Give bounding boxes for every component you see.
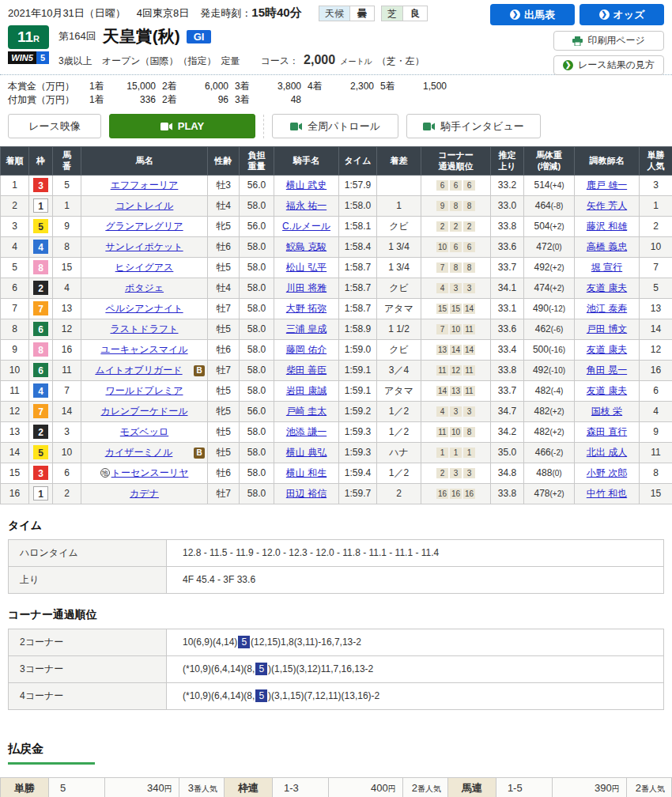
jockey-link[interactable]: 三浦 皇成	[286, 323, 327, 334]
jockey-cell: 戸崎 圭太	[274, 401, 339, 421]
waku-badge: 1	[33, 198, 48, 213]
horse-name-link[interactable]: グランアレグリア	[105, 221, 183, 232]
race-result-page: 2021年10月31日（日曜） 4回東京8日 発走時刻：15時40分 天候 曇 …	[0, 0, 672, 797]
prize-rank-label: 3着	[228, 93, 257, 107]
jockey-link[interactable]: 戸崎 圭太	[286, 406, 327, 417]
last-3f: 34.7	[491, 401, 524, 421]
body-weight: 514	[534, 179, 549, 191]
trainer-link[interactable]: 鹿戸 雄一	[587, 179, 627, 191]
trainer-link[interactable]: 小野 次郎	[587, 467, 627, 478]
results-column-header: 着順	[1, 147, 29, 176]
body-weight-diff: (+2)	[549, 407, 564, 416]
trainer-link[interactable]: 北出 成人	[587, 447, 627, 458]
odds-button[interactable]: ❯ オッズ	[580, 4, 664, 25]
horse-number: 6	[53, 463, 81, 483]
body-weight: 482	[534, 426, 549, 437]
horse-name-link[interactable]: エフフォーリア	[111, 179, 179, 191]
sex-age: 牡6	[208, 463, 240, 483]
horse-name-link[interactable]: カイザーミノル	[105, 447, 173, 458]
horse-name-link[interactable]: サンレイポケット	[105, 241, 183, 252]
jockey-link[interactable]: 横山 典弘	[286, 447, 327, 458]
jockey-cell: 藤岡 佑介	[274, 339, 339, 360]
jockey-link[interactable]: 藤岡 佑介	[286, 344, 327, 355]
trainer-link[interactable]: 友道 康夫	[587, 344, 627, 355]
patrol-video-button[interactable]: 全周パトロール	[272, 114, 398, 138]
jockey-link[interactable]: 横山 武史	[286, 179, 327, 191]
carried-weight: 58.0	[240, 380, 274, 401]
corner-position-box: 8	[450, 201, 462, 211]
start-time-value: 15時40分	[251, 6, 301, 19]
horse-name-link[interactable]: ポタジェ	[125, 282, 164, 293]
corner-position-box: 6	[450, 242, 462, 252]
jockey-link[interactable]: 鮫島 克駿	[286, 241, 327, 252]
corner-position-box: 11	[463, 365, 475, 376]
horse-name-cell: ユーキャンスマイル	[81, 339, 208, 360]
corner-position-box: 6	[436, 180, 448, 191]
horse-name-link[interactable]: ユーキャンスマイル	[100, 344, 187, 355]
payout-column-0: 単勝5340円3番人気複勝5120円3番人気1110円1番人気9110円2番人気	[0, 777, 225, 797]
results-column-header: コーナー 通過順位	[421, 147, 491, 176]
horse-name-link[interactable]: ムイトオブリガード	[95, 365, 182, 376]
jockey-link[interactable]: 福永 祐一	[286, 200, 327, 211]
result-row: 1323モズベッロ牡558.0池添 謙一1:59.31／21110834.248…	[1, 421, 672, 442]
jockey-interview-button[interactable]: 騎手インタビュー	[406, 114, 541, 138]
corner-position-box: 11	[463, 386, 475, 396]
jockey-link[interactable]: 松山 弘平	[286, 262, 327, 273]
horse-name-link[interactable]: ラストドラフト	[111, 323, 179, 334]
trainer-link[interactable]: 中竹 和也	[587, 488, 627, 499]
trainer-cell: 中竹 和也	[575, 483, 640, 504]
trainer-link[interactable]: 池江 泰寿	[587, 303, 627, 314]
trainer-link[interactable]: 高橋 義忠	[587, 241, 627, 252]
corner-position-box: 2	[436, 221, 448, 232]
jockey-link[interactable]: 岩田 康誠	[286, 385, 327, 396]
payout-tables: 単勝5340円3番人気複勝5120円3番人気1110円1番人気9110円2番人気…	[0, 777, 672, 797]
horse-name-link[interactable]: コントレイル	[115, 200, 174, 211]
horse-name-cell: モズベッロ	[81, 421, 208, 442]
time-row-label: ハロンタイム	[9, 539, 167, 566]
video-camera-icon	[423, 123, 435, 130]
trainer-link[interactable]: 森田 直行	[587, 426, 627, 437]
horse-name-cell: カイザーミノルB	[81, 442, 208, 463]
race-title: 天皇賞(秋)	[103, 25, 180, 47]
jockey-link[interactable]: C.ルメール	[282, 221, 330, 232]
jockey-link[interactable]: 池添 謙一	[286, 426, 327, 437]
horse-number: 13	[53, 298, 81, 319]
trainer-link[interactable]: 藤沢 和雄	[587, 221, 627, 232]
entries-button[interactable]: ❯ 出馬表	[490, 4, 575, 25]
horse-name-link[interactable]: モズベッロ	[120, 426, 168, 437]
horse-name-link[interactable]: ヒシイグアス	[115, 262, 174, 273]
finish-position: 6	[1, 278, 29, 298]
result-guide-button[interactable]: ❯ レース結果の見方	[553, 55, 664, 75]
play-button[interactable]: PLAY	[109, 114, 255, 138]
waku-badge: 2	[33, 425, 48, 439]
finish-time: 1:59.3	[339, 421, 377, 442]
jockey-link[interactable]: 柴田 善臣	[286, 365, 327, 376]
horse-name-cell: 地トーセンスーリヤ	[81, 463, 208, 483]
jockey-link[interactable]: 川田 将雅	[286, 282, 327, 293]
horse-name-link[interactable]: カレンブーケドール	[101, 406, 188, 417]
time-table: ハロンタイム12.8 - 11.5 - 11.9 - 12.0 - 12.3 -…	[8, 539, 664, 594]
horse-name-link[interactable]: カデナ	[130, 488, 159, 499]
trainer-link[interactable]: 友道 康夫	[587, 282, 627, 293]
corner-position-box: 2	[450, 221, 462, 232]
horse-name-link[interactable]: ワールドプレミア	[106, 385, 183, 396]
carried-weight: 56.0	[240, 216, 274, 236]
horse-name-link[interactable]: ペルシアンナイト	[105, 303, 183, 314]
last-3f: 33.7	[491, 257, 524, 278]
horse-name-link[interactable]: トーセンスーリヤ	[111, 467, 189, 478]
waku-cell: 5	[29, 442, 53, 463]
trainer-link[interactable]: 堀 宣行	[591, 262, 622, 273]
waku-badge: 6	[33, 322, 48, 336]
jockey-link[interactable]: 田辺 裕信	[286, 488, 327, 499]
jockey-link[interactable]: 大野 拓弥	[286, 303, 327, 314]
race-video-label-button[interactable]: レース映像	[8, 114, 101, 138]
trainer-link[interactable]: 国枝 栄	[591, 406, 622, 417]
trainer-link[interactable]: 矢作 芳人	[587, 200, 627, 211]
trainer-link[interactable]: 角田 晃一	[587, 365, 627, 376]
trainer-link[interactable]: 友道 康夫	[587, 385, 627, 396]
jockey-link[interactable]: 横山 和生	[286, 467, 327, 478]
corner-row: 2コーナー10(6,9)(4,14)5(12,15)1,8(3,11)-16,7…	[9, 629, 664, 655]
corner-position-box: 16	[463, 489, 475, 499]
print-page-button[interactable]: 印刷用ページ	[553, 31, 664, 51]
trainer-link[interactable]: 戸田 博文	[587, 323, 627, 334]
